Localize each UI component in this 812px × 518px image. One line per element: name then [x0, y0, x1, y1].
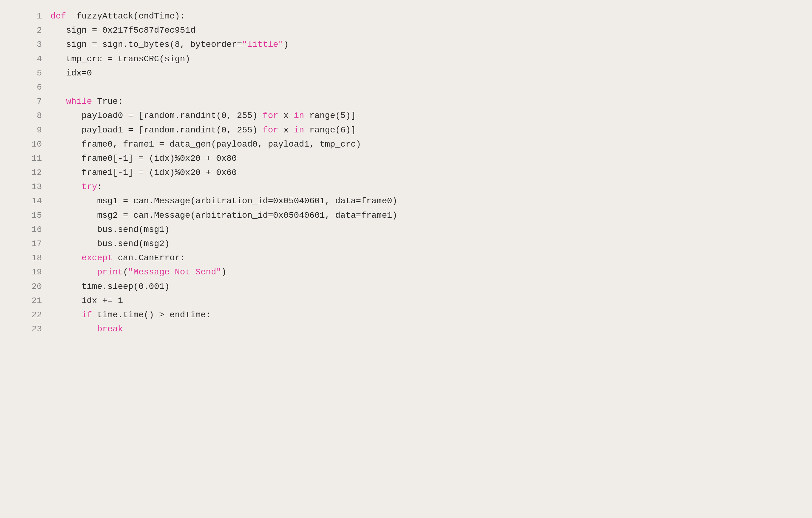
- code-container: 1def fuzzyAttack(endTime):2 sign = 0x217…: [0, 0, 812, 518]
- keyword-token: try: [82, 182, 97, 191]
- normal-token: [51, 324, 97, 334]
- normal-token: ): [283, 40, 289, 49]
- line-number: 15: [0, 209, 49, 223]
- normal-token: sign = 0x217f5c87d7ec951d: [51, 26, 195, 35]
- table-row: 22 if time.time() > endTime:: [0, 308, 806, 322]
- code-line-content: try:: [49, 180, 806, 194]
- table-row: 23 break: [0, 322, 806, 336]
- line-number: 4: [0, 52, 49, 66]
- code-line-content: bus.send(msg1): [49, 223, 806, 237]
- normal-token: fuzzyAttack(endTime):: [66, 11, 185, 21]
- code-line-content: idx=0: [49, 66, 806, 80]
- line-number: 12: [0, 166, 49, 180]
- table-row: 16 bus.send(msg1): [0, 223, 806, 237]
- code-line-content: payload0 = [random.randint(0, 255) for x…: [49, 109, 806, 123]
- table-row: 7 while True:: [0, 95, 806, 109]
- line-number: 18: [0, 251, 49, 265]
- line-number: 5: [0, 66, 49, 80]
- line-number: 2: [0, 23, 49, 37]
- line-number: 17: [0, 237, 49, 251]
- table-row: 13 try:: [0, 180, 806, 194]
- table-row: 5 idx=0: [0, 66, 806, 80]
- normal-token: time.sleep(0.001): [51, 282, 169, 291]
- normal-token: frame0[-1] = (idx)%0x20 + 0x80: [51, 154, 237, 163]
- code-line-content: idx += 1: [49, 294, 806, 308]
- normal-token: can.CanError:: [113, 253, 185, 263]
- code-line-content: [49, 80, 806, 95]
- code-line-content: bus.send(msg2): [49, 237, 806, 251]
- code-line-content: sign = 0x217f5c87d7ec951d: [49, 23, 806, 37]
- normal-token: (: [123, 267, 128, 277]
- code-line-content: tmp_crc = transCRC(sign): [49, 52, 806, 66]
- normal-token: range(6)]: [304, 125, 356, 135]
- table-row: 18 except can.CanError:: [0, 251, 806, 265]
- normal-token: bus.send(msg2): [51, 239, 169, 248]
- line-number: 10: [0, 138, 49, 152]
- line-number: 14: [0, 194, 49, 208]
- normal-token: [51, 253, 82, 263]
- line-number: 1: [0, 9, 49, 23]
- table-row: 17 bus.send(msg2): [0, 237, 806, 251]
- normal-token: [51, 182, 82, 191]
- code-line-content: except can.CanError:: [49, 251, 806, 265]
- table-row: 14 msg1 = can.Message(arbitration_id=0x0…: [0, 194, 806, 208]
- code-line-content: frame0[-1] = (idx)%0x20 + 0x80: [49, 152, 806, 166]
- keyword-token: in: [294, 111, 304, 120]
- code-line-content: def fuzzyAttack(endTime):: [49, 9, 806, 23]
- keyword-token: for: [263, 125, 278, 135]
- line-number: 11: [0, 152, 49, 166]
- normal-token: x: [278, 111, 294, 120]
- keyword-token: if: [82, 310, 92, 320]
- normal-token: idx += 1: [51, 296, 123, 305]
- table-row: 4 tmp_crc = transCRC(sign): [0, 52, 806, 66]
- normal-token: bus.send(msg1): [51, 225, 169, 234]
- string-token: "little": [242, 40, 283, 49]
- code-table: 1def fuzzyAttack(endTime):2 sign = 0x217…: [0, 9, 806, 336]
- line-number: 22: [0, 308, 49, 322]
- keyword-token: def: [51, 11, 66, 21]
- code-line-content: msg2 = can.Message(arbitration_id=0x0504…: [49, 209, 806, 223]
- code-line-content: payload1 = [random.randint(0, 255) for x…: [49, 123, 806, 138]
- keyword-token: print: [97, 267, 123, 277]
- normal-token: frame1[-1] = (idx)%0x20 + 0x60: [51, 168, 237, 177]
- line-number: 13: [0, 180, 49, 194]
- normal-token: [51, 97, 66, 106]
- normal-token: frame0, frame1 = data_gen(payload0, payl…: [51, 140, 361, 149]
- keyword-token: in: [294, 125, 304, 135]
- normal-token: [51, 310, 82, 320]
- table-row: 19 print("Message Not Send"): [0, 265, 806, 279]
- line-number: 3: [0, 37, 49, 52]
- normal-token: sign = sign.to_bytes(8, byteorder=: [51, 40, 242, 49]
- code-line-content: if time.time() > endTime:: [49, 308, 806, 322]
- keyword-token: for: [263, 111, 278, 120]
- line-number: 21: [0, 294, 49, 308]
- code-line-content: msg1 = can.Message(arbitration_id=0x0504…: [49, 194, 806, 208]
- keyword-token: break: [97, 324, 123, 334]
- normal-token: time.time() > endTime:: [92, 310, 211, 320]
- code-line-content: while True:: [49, 95, 806, 109]
- table-row: 8 payload0 = [random.randint(0, 255) for…: [0, 109, 806, 123]
- table-row: 6: [0, 80, 806, 95]
- code-line-content: print("Message Not Send"): [49, 265, 806, 279]
- normal-token: range(5)]: [304, 111, 356, 120]
- table-row: 3 sign = sign.to_bytes(8, byteorder="lit…: [0, 37, 806, 52]
- normal-token: True:: [92, 97, 123, 106]
- code-line-content: time.sleep(0.001): [49, 280, 806, 294]
- normal-token: msg1 = can.Message(arbitration_id=0x0504…: [51, 196, 397, 206]
- line-number: 6: [0, 80, 49, 95]
- normal-token: [51, 267, 97, 277]
- line-number: 19: [0, 265, 49, 279]
- code-line-content: sign = sign.to_bytes(8, byteorder="littl…: [49, 37, 806, 52]
- keyword-token: except: [82, 253, 113, 263]
- code-line-content: break: [49, 322, 806, 336]
- normal-token: payload0 = [random.randint(0, 255): [51, 111, 263, 120]
- table-row: 20 time.sleep(0.001): [0, 280, 806, 294]
- code-line-content: frame0, frame1 = data_gen(payload0, payl…: [49, 138, 806, 152]
- line-number: 7: [0, 95, 49, 109]
- line-number: 20: [0, 280, 49, 294]
- table-row: 21 idx += 1: [0, 294, 806, 308]
- normal-token: x: [278, 125, 294, 135]
- table-row: 2 sign = 0x217f5c87d7ec951d: [0, 23, 806, 37]
- table-row: 10 frame0, frame1 = data_gen(payload0, p…: [0, 138, 806, 152]
- table-row: 15 msg2 = can.Message(arbitration_id=0x0…: [0, 209, 806, 223]
